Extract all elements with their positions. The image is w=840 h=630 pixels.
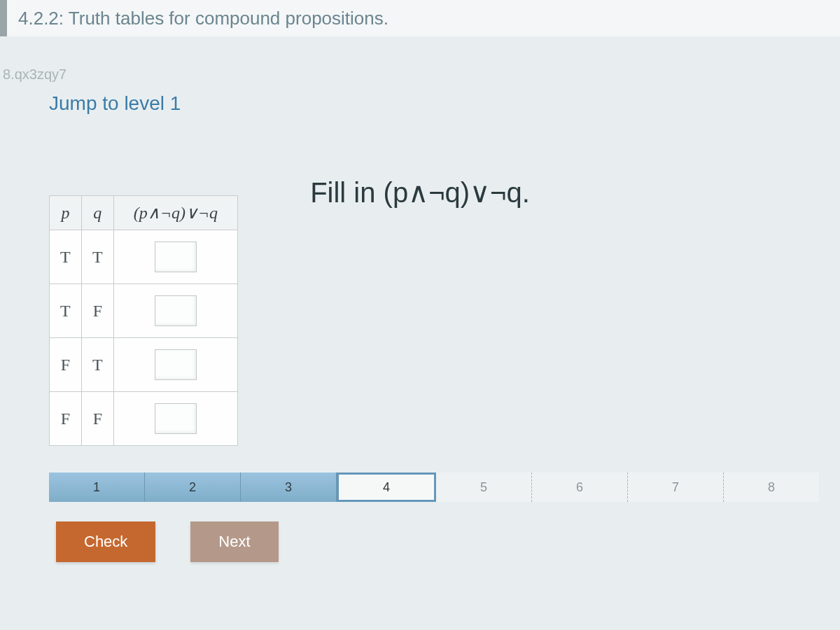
progress-label: 1 <box>93 480 100 495</box>
progress-segment-6[interactable]: 6 <box>532 472 628 502</box>
answer-input[interactable] <box>155 241 197 272</box>
cell-q: T <box>81 230 113 284</box>
progress-segment-5[interactable]: 5 <box>436 472 532 502</box>
table-row: F F <box>50 392 238 446</box>
prompt-text: Fill in (p∧¬q)∨¬q. <box>310 176 530 209</box>
cell-ans <box>113 338 237 392</box>
progress-segment-8[interactable]: 8 <box>724 472 819 502</box>
progress-label: 8 <box>768 480 775 495</box>
progress-segment-3[interactable]: 3 <box>241 472 337 502</box>
cell-q: T <box>81 338 113 392</box>
cell-q: F <box>81 392 113 446</box>
progress-label: 7 <box>672 480 679 495</box>
section-header: 4.2.2: Truth tables for compound proposi… <box>0 0 840 36</box>
progress-segment-1[interactable]: 1 <box>49 472 145 502</box>
cell-ans <box>113 230 237 284</box>
level-progress: 1 2 3 4 5 6 7 8 <box>49 472 819 502</box>
check-button[interactable]: Check <box>56 522 155 562</box>
table-row: F T <box>50 338 238 392</box>
table-row: T F <box>50 284 238 338</box>
cell-p: F <box>50 338 82 392</box>
progress-segment-2[interactable]: 2 <box>145 472 241 502</box>
cell-p: T <box>50 230 82 284</box>
truth-table: p q (p∧¬q)∨¬q T T T F F T <box>49 195 238 446</box>
cell-ans <box>113 284 237 338</box>
table-row: T T <box>50 230 238 284</box>
answer-input[interactable] <box>155 349 197 380</box>
next-button[interactable]: Next <box>190 522 278 562</box>
answer-input[interactable] <box>155 403 197 434</box>
cell-p: T <box>50 284 82 338</box>
col-header-expr: (p∧¬q)∨¬q <box>113 196 237 230</box>
col-header-p: p <box>50 196 82 230</box>
progress-label: 4 <box>383 480 390 495</box>
progress-label: 6 <box>576 480 583 495</box>
progress-segment-7[interactable]: 7 <box>628 472 724 502</box>
answer-input[interactable] <box>155 295 197 326</box>
progress-label: 2 <box>189 480 196 495</box>
progress-segment-4[interactable]: 4 <box>337 472 436 502</box>
cell-p: F <box>50 392 82 446</box>
button-row: Check Next <box>49 522 798 562</box>
cell-q: F <box>81 284 113 338</box>
cell-ans <box>113 392 237 446</box>
progress-label: 3 <box>285 480 292 495</box>
jump-to-level-link[interactable]: Jump to level 1 <box>49 92 181 115</box>
col-header-q: q <box>81 196 113 230</box>
progress-label: 5 <box>480 480 487 495</box>
section-title: 4.2.2: Truth tables for compound proposi… <box>18 8 388 29</box>
